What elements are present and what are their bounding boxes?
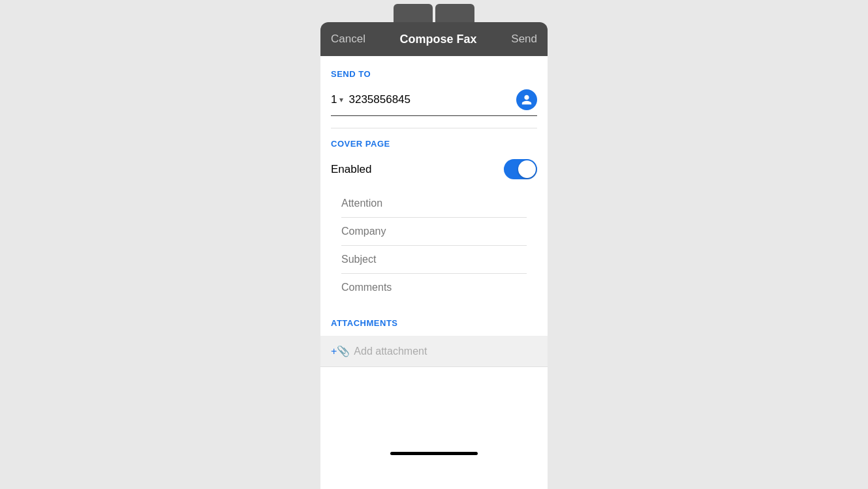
comments-input[interactable] bbox=[341, 282, 527, 293]
contact-picker-button[interactable] bbox=[516, 89, 537, 110]
attention-row bbox=[341, 190, 527, 218]
cover-fields bbox=[331, 190, 537, 301]
add-attachment-text: Add attachment bbox=[354, 346, 427, 357]
attachments-label: ATTACHMENTS bbox=[320, 308, 548, 336]
modal-title: Compose Fax bbox=[400, 33, 477, 46]
home-indicator bbox=[390, 452, 478, 455]
cancel-button[interactable]: Cancel bbox=[331, 33, 365, 46]
modal-container: Cancel Compose Fax Send SEND TO 1 ▾ bbox=[320, 0, 548, 489]
person-icon bbox=[521, 94, 533, 106]
modal-tab-left bbox=[394, 4, 433, 22]
modal-header: Cancel Compose Fax Send bbox=[320, 22, 548, 56]
send-to-label: SEND TO bbox=[331, 69, 537, 79]
send-to-section: SEND TO 1 ▾ bbox=[320, 56, 548, 128]
company-input[interactable] bbox=[341, 226, 527, 237]
cover-page-label: COVER PAGE bbox=[331, 139, 537, 149]
send-to-row: 1 ▾ bbox=[331, 89, 537, 116]
paperclip-icon: +📎 bbox=[331, 345, 350, 357]
subject-row bbox=[341, 246, 527, 274]
cover-page-section: COVER PAGE Enabled bbox=[320, 128, 548, 308]
enabled-label: Enabled bbox=[331, 163, 371, 176]
modal-tab-right bbox=[435, 4, 474, 22]
attention-input[interactable] bbox=[341, 198, 527, 209]
bottom-area bbox=[320, 366, 548, 455]
modal-window: Cancel Compose Fax Send SEND TO 1 ▾ bbox=[320, 22, 548, 489]
send-button[interactable]: Send bbox=[511, 33, 537, 46]
chevron-down-icon: ▾ bbox=[339, 95, 343, 104]
phone-input[interactable] bbox=[349, 93, 511, 106]
cover-page-toggle[interactable] bbox=[504, 159, 537, 179]
modal-tabs bbox=[320, 0, 548, 22]
modal-body: SEND TO 1 ▾ COVER PAGE bbox=[320, 56, 548, 489]
toggle-knob bbox=[518, 160, 536, 178]
enabled-row: Enabled bbox=[331, 159, 537, 179]
country-code-value: 1 bbox=[331, 93, 337, 106]
company-row bbox=[341, 218, 527, 246]
attachments-section: ATTACHMENTS +📎 Add attachment bbox=[320, 308, 548, 366]
subject-input[interactable] bbox=[341, 254, 527, 265]
country-code-select[interactable]: 1 ▾ bbox=[331, 93, 343, 106]
add-attachment-button[interactable]: +📎 Add attachment bbox=[320, 336, 548, 366]
comments-row bbox=[341, 274, 527, 301]
